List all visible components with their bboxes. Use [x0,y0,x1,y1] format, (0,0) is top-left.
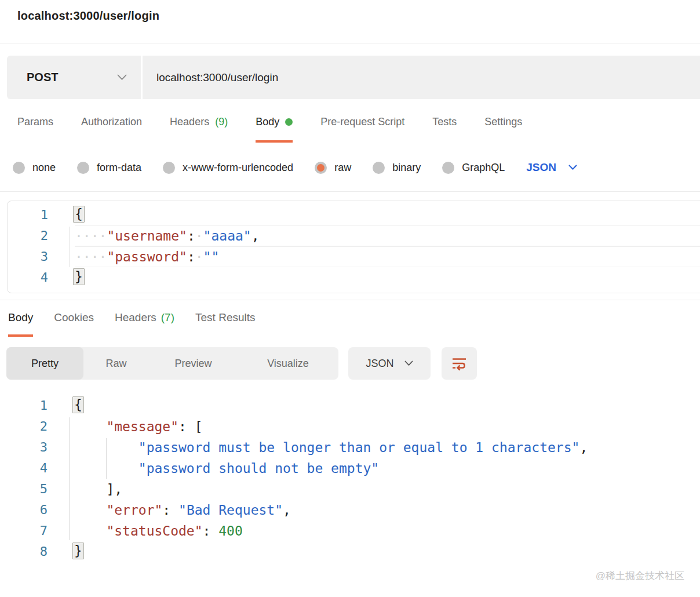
request-body-editor[interactable]: 1{2····"username":·"aaaa",3····"password… [7,201,700,293]
line-number: 6 [7,500,48,520]
response-tab-cookies[interactable]: Cookies [54,311,94,337]
page-title: localhost:3000/user/login [17,9,159,22]
code-line-content: { [74,395,700,416]
raw-language-selector[interactable]: JSON [526,161,577,174]
tab-pre-request-script[interactable]: Pre-request Script [320,116,404,143]
code-line-content: "password should not be empty" [74,458,700,479]
code-token: , [283,503,291,518]
divider [0,191,700,192]
code-token: : [162,503,178,518]
tab-label: Headers [115,311,156,324]
body-type-binary[interactable]: binary [373,162,421,174]
code-line: 8} [7,541,700,562]
fold-brace: { [72,396,84,413]
code-token: , [579,440,588,455]
code-token: , [251,228,260,243]
code-line: 3····"password":·"" [8,246,700,267]
code-token: "password" [107,249,187,264]
radio-label: raw [334,162,351,174]
url-text: localhost:3000/user/login [156,71,278,84]
code-token: ···· [75,249,107,264]
tab-label: Settings [484,116,522,128]
response-body-editor[interactable]: 1{2 "message": [3 "password must be long… [7,392,700,562]
watermark: @稀土掘金技术社区 [596,569,684,583]
url-input[interactable]: localhost:3000/user/login [143,56,700,99]
radio-selected-icon [315,162,327,174]
line-number: 3 [7,437,48,458]
request-tabs: ParamsAuthorizationHeaders(9)BodyPre-req… [17,116,700,143]
code-token: : [ [178,419,203,434]
tab-label: Pre-request Script [320,116,404,128]
view-preview[interactable]: Preview [149,347,238,380]
code-line: 2 "message": [ [7,416,700,437]
line-number: 4 [7,458,48,479]
tab-headers[interactable]: Headers(9) [170,116,228,143]
tab-authorization[interactable]: Authorization [81,116,142,143]
body-type-none[interactable]: none [13,162,56,174]
response-language-dropdown[interactable]: JSON [348,347,431,380]
body-type-form-data[interactable]: form-data [77,162,141,174]
tab-params[interactable]: Params [17,116,53,143]
radio-icon [373,162,385,174]
unsaved-dot-icon [285,118,293,126]
body-type-row: noneform-datax-www-form-urlencodedrawbin… [13,159,700,176]
chevron-down-icon [568,165,577,170]
line-number: 1 [7,395,48,416]
tab-label: Body [256,116,279,128]
body-type-raw[interactable]: raw [315,162,351,174]
fold-brace: { [73,206,85,223]
line-number: 3 [8,246,48,267]
response-tabs: BodyCookiesHeaders(7)Test Results [8,311,700,337]
line-number: 5 [7,479,48,500]
code-line-content: ····"password":·"" [75,246,700,267]
line-number: 7 [7,520,48,541]
code-token: "password should not be empty" [138,461,379,476]
method-selector[interactable]: POST [7,56,141,99]
tab-count: (9) [215,116,228,128]
view-pretty[interactable]: Pretty [6,347,83,380]
code-line-content: } [74,541,700,562]
code-line: 4 "password should not be empty" [7,458,700,479]
view-raw[interactable]: Raw [83,347,149,380]
body-type-graphql[interactable]: GraphQL [442,162,505,174]
code-line-content: "error": "Bad Request", [74,500,700,520]
code-line-content: } [75,267,700,288]
fold-brace: } [72,543,84,559]
body-type-x-www-form-urlencoded[interactable]: x-www-form-urlencoded [163,162,293,174]
line-number: 4 [8,267,48,288]
tab-body[interactable]: Body [256,116,293,143]
tab-settings[interactable]: Settings [484,116,522,143]
radio-icon [13,162,25,174]
line-number: 1 [8,205,48,225]
response-tab-test-results[interactable]: Test Results [195,311,255,337]
tab-label: Tests [432,116,457,128]
indent-guide [70,227,70,267]
tab-count: (7) [161,311,174,324]
code-line: 7 "statusCode": 400 [7,520,700,541]
chevron-down-icon [117,74,127,81]
indent-guide [106,438,107,479]
response-tab-body[interactable]: Body [8,311,33,337]
code-token: ···· [75,228,107,243]
divider [0,300,700,300]
tab-tests[interactable]: Tests [432,116,457,143]
code-token [74,503,106,518]
code-token [74,419,106,434]
method-label: POST [27,71,58,84]
tab-label: Authorization [81,116,142,128]
code-token: · [195,228,203,243]
tab-label: Cookies [54,311,94,324]
word-wrap-button[interactable] [442,347,477,380]
radio-icon [77,162,89,174]
code-token: 400 [218,523,243,538]
code-token: : [187,249,195,264]
request-url-bar: POST localhost:3000/user/login [7,56,700,99]
tab-label: Params [17,116,53,128]
code-token: "message" [106,419,178,434]
tab-label: Headers [170,116,209,128]
code-line-content: ], [74,479,700,500]
response-tab-headers[interactable]: Headers(7) [115,311,174,337]
code-token: ], [74,482,122,497]
tab-label: Test Results [195,311,255,324]
view-visualize[interactable]: Visualize [238,347,338,380]
